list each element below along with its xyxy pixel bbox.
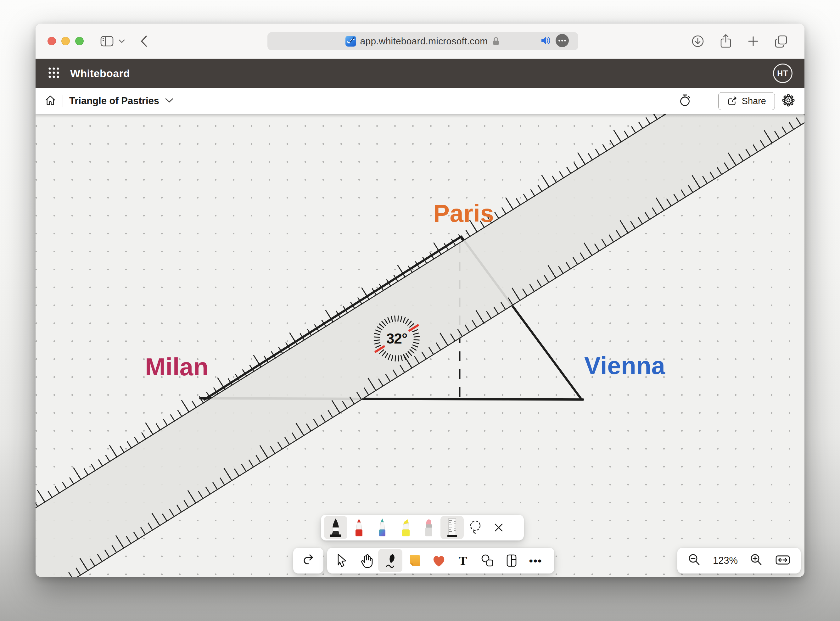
- text-tool[interactable]: T: [451, 549, 475, 572]
- close-window-button[interactable]: [47, 37, 56, 45]
- share-label: Share: [742, 96, 766, 106]
- pan-tool[interactable]: [354, 549, 378, 572]
- url-text: app.whiteboard.microsoft.com: [360, 36, 488, 47]
- label-paris: Paris: [433, 199, 494, 228]
- highlighter-tool[interactable]: [394, 516, 417, 539]
- new-tab-icon[interactable]: [747, 35, 759, 47]
- close-pen-toolbar[interactable]: [487, 516, 510, 539]
- zoom-level[interactable]: 123%: [713, 555, 738, 566]
- board-title[interactable]: Triangle of Pastries: [69, 95, 159, 107]
- undo-toolbar: [293, 548, 324, 574]
- galaxy-pen-tool[interactable]: [371, 516, 394, 539]
- address-bar[interactable]: app.whiteboard.microsoft.com: [268, 32, 578, 50]
- angle-dial[interactable]: 32°: [370, 312, 424, 365]
- templates-tool[interactable]: [499, 549, 524, 572]
- chevron-down-icon[interactable]: [165, 97, 174, 105]
- minimize-window-button[interactable]: [61, 37, 70, 45]
- zoom-toolbar: 123%: [677, 548, 801, 574]
- zoom-window-button[interactable]: [75, 37, 84, 45]
- lasso-tool[interactable]: [464, 516, 487, 539]
- reaction-tool[interactable]: [427, 549, 451, 572]
- share-icon: [727, 95, 738, 106]
- zoom-in-button[interactable]: [749, 553, 763, 568]
- lock-icon: [492, 36, 500, 46]
- divider: [705, 95, 705, 107]
- black-pen-tool[interactable]: [324, 516, 347, 539]
- more-tools[interactable]: •••: [524, 549, 548, 572]
- red-pen-tool[interactable]: [347, 516, 371, 539]
- ruler-tool[interactable]: [440, 516, 464, 539]
- zoom-out-button[interactable]: [687, 553, 701, 568]
- audio-icon[interactable]: [540, 36, 551, 47]
- timer-icon[interactable]: [679, 94, 692, 108]
- pen-toolbar: [321, 515, 524, 541]
- board-menubar: Triangle of Pastries Share: [36, 88, 804, 114]
- share-icon[interactable]: [719, 34, 732, 48]
- settings-gear-icon[interactable]: [782, 94, 795, 108]
- home-icon[interactable]: [44, 94, 56, 108]
- download-icon[interactable]: [691, 35, 704, 48]
- shapes-tool[interactable]: [475, 549, 499, 572]
- whiteboard-favicon: [345, 36, 356, 47]
- back-icon[interactable]: [140, 35, 148, 47]
- chevron-down-icon[interactable]: [118, 39, 125, 43]
- whiteboard-header: Whiteboard HT: [36, 59, 804, 88]
- browser-window: app.whiteboard.microsoft.com: [36, 24, 804, 577]
- sidebar-toggle-icon[interactable]: [100, 35, 114, 47]
- note-tool[interactable]: [403, 549, 427, 572]
- label-milan: Milan: [145, 353, 209, 381]
- undo-button[interactable]: [301, 553, 316, 568]
- app-title: Whiteboard: [70, 67, 130, 80]
- share-button[interactable]: Share: [718, 92, 775, 110]
- browser-toolbar: app.whiteboard.microsoft.com: [36, 24, 804, 59]
- eraser-tool[interactable]: [417, 516, 440, 539]
- ink-tool[interactable]: [378, 549, 403, 572]
- avatar[interactable]: HT: [773, 64, 793, 83]
- label-vienna: Vienna: [584, 351, 665, 380]
- whiteboard-canvas[interactable]: 32° Paris Milan Vienna: [36, 114, 804, 577]
- more-circle-icon[interactable]: [555, 34, 569, 49]
- select-tool[interactable]: [330, 549, 354, 572]
- traffic-lights: [47, 37, 84, 45]
- app-launcher-icon[interactable]: [47, 66, 61, 81]
- fit-width-button[interactable]: [775, 554, 791, 568]
- tabs-icon[interactable]: [774, 35, 788, 48]
- main-toolbar: T •••: [327, 548, 554, 574]
- angle-label: 32°: [370, 312, 424, 365]
